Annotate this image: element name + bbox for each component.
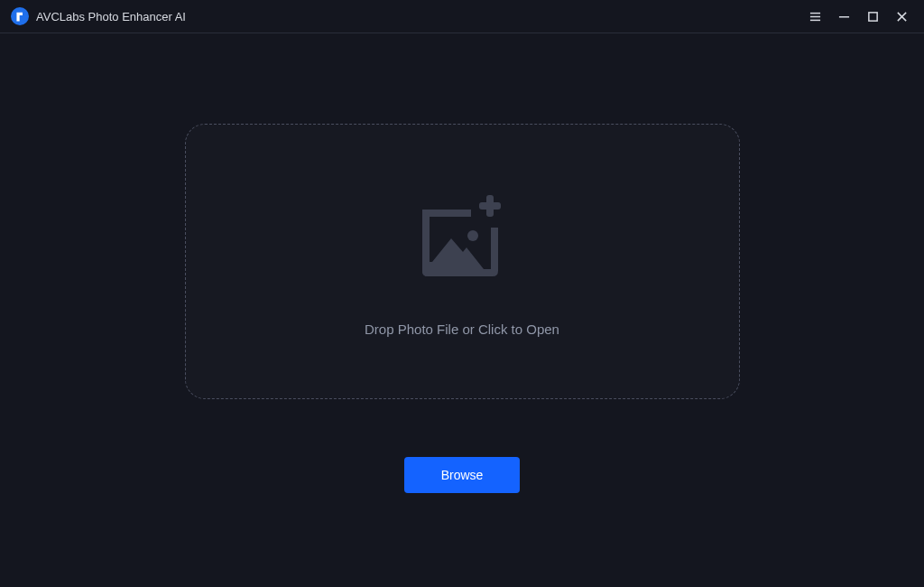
drop-zone-text: Drop Photo File or Click to Open [365,321,559,337]
svg-rect-3 [838,16,848,17]
main-content: Drop Photo File or Click to Open Browse [0,33,924,587]
close-button[interactable] [888,3,915,30]
menu-icon [809,11,821,23]
minimize-icon [838,11,850,23]
app-logo [11,7,29,25]
app-logo-icon [14,11,26,23]
svg-rect-2 [809,19,819,20]
svg-rect-8 [479,202,501,210]
app-title: AVCLabs Photo Enhancer AI [36,10,186,23]
menu-button[interactable] [801,3,828,30]
minimize-button[interactable] [830,3,857,30]
close-icon [896,11,908,23]
add-image-icon [417,195,507,280]
maximize-button[interactable] [859,3,886,30]
drop-zone[interactable]: Drop Photo File or Click to Open [185,124,740,399]
svg-rect-0 [809,12,819,13]
titlebar-left: AVCLabs Photo Enhancer AI [11,7,186,25]
browse-button[interactable]: Browse [404,457,520,493]
titlebar: AVCLabs Photo Enhancer AI [0,0,924,33]
svg-point-9 [467,230,478,241]
svg-rect-4 [868,12,876,20]
window-controls [801,3,915,30]
maximize-icon [867,11,879,23]
svg-rect-1 [809,15,819,16]
